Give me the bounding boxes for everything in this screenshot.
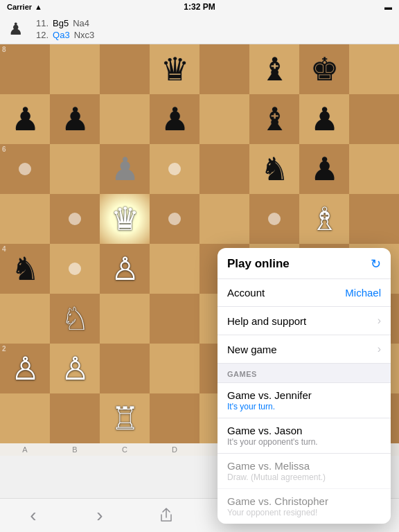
cell-a4[interactable]: 4 ♞	[0, 244, 50, 294]
rank-2-label: 2	[2, 345, 6, 353]
game-jason-title: Game vs. Jason	[227, 425, 381, 436]
cell-h6[interactable]	[349, 144, 399, 194]
cell-b7[interactable]: ♟	[50, 94, 100, 144]
games-section-header: GAMES	[218, 364, 391, 383]
games-section-label: GAMES	[227, 370, 257, 378]
black-pawn-c6: ♟	[111, 153, 139, 185]
game-melissa[interactable]: Game vs. Melissa Draw. (Mutual agreement…	[218, 454, 391, 489]
help-chevron: ›	[378, 314, 381, 327]
cell-c3[interactable]	[100, 294, 150, 344]
cell-f8[interactable]: ♝	[249, 44, 299, 94]
cell-d4[interactable]	[150, 244, 200, 294]
cell-d2[interactable]	[150, 344, 200, 393]
game-jennifer[interactable]: Game vs. Jennifer It's your turn.	[218, 383, 391, 418]
cell-f5[interactable]	[249, 194, 299, 244]
cell-a7[interactable]: ♟	[0, 94, 50, 144]
cell-g7[interactable]: ♟	[299, 94, 349, 144]
black-pawn-g7: ♟	[310, 103, 339, 135]
nav-back[interactable]: ‹	[12, 499, 54, 533]
cell-g8[interactable]: ♚	[299, 44, 349, 94]
cell-a1[interactable]	[0, 393, 50, 443]
nav-forward[interactable]: ›	[79, 499, 121, 533]
cell-d1[interactable]	[150, 393, 200, 443]
cell-d7[interactable]: ♟	[150, 94, 200, 144]
cell-e5[interactable]	[200, 194, 249, 244]
cell-g6[interactable]: ♟	[299, 144, 349, 194]
cell-b6[interactable]	[50, 144, 100, 194]
black-pawn-a7: ♟	[11, 103, 39, 135]
game-melissa-title: Game vs. Melissa	[227, 460, 381, 472]
cell-a5[interactable]	[0, 194, 50, 244]
black-bishop-f8: ♝	[260, 53, 289, 85]
pawn-icon: ♟	[8, 19, 24, 39]
time-label: 1:32 PM	[184, 2, 215, 12]
hint-b4	[69, 263, 81, 275]
white-bishop-g5: ♗	[310, 203, 339, 235]
game-christopher[interactable]: Game vs. Christopher Your opponent resig…	[218, 489, 391, 524]
status-bar: Carrier ▲ 1:32 PM ▬	[0, 0, 399, 14]
file-c: C	[100, 443, 150, 456]
cell-a8[interactable]: 8	[0, 44, 50, 94]
hint-d6	[168, 163, 181, 175]
cell-h7[interactable]	[349, 94, 399, 144]
cell-h5[interactable]	[349, 194, 399, 244]
cell-d6[interactable]	[150, 144, 200, 194]
black-bishop-f7: ♝	[260, 103, 289, 135]
black-king-g8: ♚	[310, 53, 339, 85]
cell-a3[interactable]	[0, 294, 50, 344]
cell-b1[interactable]	[50, 393, 100, 443]
panel-header: Play online ↻	[218, 248, 391, 279]
cell-d8[interactable]: ♛	[150, 44, 200, 94]
file-d: D	[150, 443, 200, 456]
dropdown-panel: Play online ↻ Account Michael Help and s…	[218, 248, 391, 524]
new-game-chevron: ›	[378, 343, 381, 355]
black-pawn-b7: ♟	[61, 103, 89, 135]
refresh-button[interactable]: ↻	[371, 256, 381, 272]
cell-b5[interactable]	[50, 194, 100, 244]
cell-g5[interactable]: ♗	[299, 194, 349, 244]
account-row[interactable]: Account Michael	[218, 279, 391, 307]
rank-4-label: 4	[2, 245, 6, 253]
cell-c1[interactable]: ♖	[100, 393, 150, 443]
move11-black: Na4	[73, 18, 89, 28]
black-knight-f6: ♞	[260, 153, 289, 185]
account-label: Account	[227, 287, 265, 299]
wifi-icon: ▲	[35, 3, 42, 11]
cell-b8[interactable]	[50, 44, 100, 94]
cell-c6[interactable]: ♟	[100, 144, 150, 194]
cell-b2[interactable]: ♙	[50, 344, 100, 393]
cell-f7[interactable]: ♝	[249, 94, 299, 144]
cell-e8[interactable]	[200, 44, 249, 94]
help-label: Help and support	[227, 315, 306, 327]
game-jason-sub: It's your opponent's turn.	[227, 437, 381, 447]
cell-a6[interactable]: 6	[0, 144, 50, 194]
cell-c2[interactable]	[100, 344, 150, 393]
cell-c4[interactable]: ♙	[100, 244, 150, 294]
white-pawn-b2: ♙	[61, 353, 89, 384]
white-rook-c1: ♖	[111, 402, 139, 434]
cell-b4[interactable]	[50, 244, 100, 294]
white-pawn-a2: ♙	[11, 353, 39, 384]
cell-c8[interactable]	[100, 44, 150, 94]
help-row[interactable]: Help and support ›	[218, 307, 391, 335]
cell-b3[interactable]: ♘	[50, 294, 100, 344]
cell-a2[interactable]: 2 ♙	[0, 344, 50, 393]
cell-f6[interactable]: ♞	[249, 144, 299, 194]
carrier-label: Carrier	[7, 3, 32, 11]
cell-e6[interactable]	[200, 144, 249, 194]
cell-h8[interactable]	[349, 44, 399, 94]
rank-6-label: 6	[2, 145, 6, 153]
cell-d5[interactable]	[150, 194, 200, 244]
black-knight-a4: ♞	[11, 253, 39, 285]
cell-d3[interactable]	[150, 294, 200, 344]
new-game-row[interactable]: New game ›	[218, 335, 391, 364]
white-knight-b3: ♘	[61, 303, 89, 335]
cell-c7[interactable]	[100, 94, 150, 144]
cell-c5[interactable]: ♛	[100, 194, 150, 244]
nav-share[interactable]	[145, 499, 187, 533]
hint-b5	[69, 213, 81, 225]
cell-e7[interactable]	[200, 94, 249, 144]
rank-8-label: 8	[2, 46, 6, 53]
game-jason[interactable]: Game vs. Jason It's your opponent's turn…	[218, 418, 391, 454]
move11-num: 11.	[36, 18, 48, 28]
